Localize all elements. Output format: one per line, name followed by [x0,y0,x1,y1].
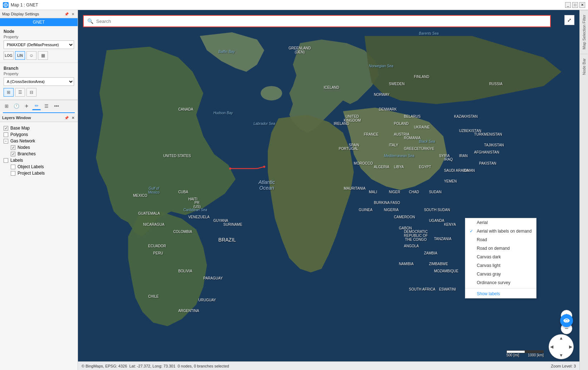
basemap-label: Base Map [10,126,30,131]
branches-checkbox[interactable] [11,152,15,156]
eye-btn[interactable] [560,314,573,327]
basemap-aerial-labels[interactable]: Aerial with labels on demand [465,227,536,235]
node-bar-tab[interactable]: Node Bar [580,54,588,79]
gasnetwork-checkbox[interactable] [4,139,8,143]
basemap-canvas-gray[interactable]: Canvas gray [465,270,536,278]
svg-point-8 [263,166,265,168]
object-labels-checkbox[interactable] [11,165,15,169]
list-toolbar-btn[interactable]: ☰ [42,102,51,110]
layers-pin-btn[interactable]: 📌 [64,115,69,120]
layer-labels[interactable]: Labels [4,157,74,164]
minimize-btn[interactable]: _ [565,2,571,8]
selection-status: 0 nodes, 0 branches selected [178,364,229,368]
close-btn[interactable]: ✕ [579,2,585,8]
coordinates: Lat: -27.372, Long: 73.301 [129,364,175,368]
right-tabs: Map Selection Filter Node Bar [579,10,588,370]
map-expand-btn[interactable]: ⤢ [564,15,574,25]
labels-label: Labels [10,158,23,163]
scale-label-mi: 500 [mi] [506,353,519,357]
more-toolbar-btn[interactable]: ••• [52,102,61,110]
node-smiley-btn[interactable]: ☺ [26,51,36,60]
node-table-btn[interactable]: ▦ [38,51,48,60]
grid-toolbar-btn[interactable]: ⊞ [2,102,11,110]
pan-up-btn[interactable]: ▲ [559,336,563,341]
layers-header: Layers Window 📌 ✕ [0,114,78,122]
layer-project-labels[interactable]: Project Labels [11,170,74,176]
clock-toolbar-btn[interactable]: 🕛 [12,102,21,110]
project-labels-label: Project Labels [18,171,45,176]
node-property-select[interactable]: PMAXDEF (DefMaxPressure) [4,40,74,49]
toolbar-divider [3,112,75,113]
panel-header: Map Display Settings 📌 ✕ [0,10,78,18]
node-section: Node Property PMAXDEF (DefMaxPressure) L… [0,26,78,63]
gasnetwork-label: Gas Network [10,138,35,143]
map-svg [78,10,579,370]
app-icon [3,2,9,8]
svg-point-7 [229,167,231,170]
status-bar: © BingMaps, EPSG: 4326 Lat: -27.372, Lon… [78,361,579,370]
pan-controls: ▲ ▼ ◀ ▶ [549,334,574,359]
branches-label: Branches [18,151,36,156]
object-labels-label: Object Labels [18,164,44,169]
search-input[interactable] [96,19,547,24]
plane-toolbar-btn[interactable]: ✈ [22,102,31,110]
title-bar: Map 1 : GNET _ □ ✕ [0,0,588,10]
zoom-level: Zoom Level: 3 [551,364,576,368]
nodes-label: Nodes [18,145,30,150]
lin-btn[interactable]: LIN [15,51,25,60]
pencil-toolbar-btn[interactable]: ✏ [32,102,41,110]
search-icon: 🔍 [87,18,93,24]
branch-section: Branch Property A (CrossSectionArea) ⊞ ☰… [0,63,78,100]
svg-point-4 [261,86,282,101]
pan-left-btn[interactable]: ◀ [550,344,553,349]
branch-property-select[interactable]: A (CrossSectionArea) [4,77,74,86]
basemap-aerial[interactable]: Aerial [465,218,536,227]
branch-table-btn[interactable]: ⊟ [26,88,36,97]
panel-close-btn[interactable]: ✕ [70,11,75,16]
panel-pin-btn[interactable]: 📌 [64,11,69,16]
bottom-toolbar: ⊞ 🕛 ✈ ✏ ☰ ••• [0,100,78,112]
search-bar: 🔍 [83,15,551,27]
map-selection-filter-tab[interactable]: Map Selection Filter [580,10,588,54]
layer-gasnetwork[interactable]: Gas Network [4,138,74,144]
layer-basemap[interactable]: Base Map [4,125,74,131]
basemap-canvas-dark[interactable]: Canvas dark [465,253,536,261]
basemap-show-labels[interactable]: Show labels [465,289,536,298]
node-title: Node [4,29,74,34]
pan-ring: ▲ ▼ ◀ ▶ [549,334,574,359]
attribution: © BingMaps, EPSG: 4326 [82,364,127,368]
layer-branches[interactable]: Branches [11,151,74,157]
node-icon-row: LOG LIN ☺ ▦ [4,51,74,60]
labels-checkbox[interactable] [4,158,8,163]
branch-title: Branch [4,66,74,71]
basemap-dropdown: Aerial Aerial with labels on demand Road… [465,218,536,298]
branch-grid-btn[interactable]: ⊞ [4,88,14,97]
polygons-checkbox[interactable] [4,132,8,137]
basemap-road[interactable]: Road [465,235,536,244]
maximize-btn[interactable]: □ [572,2,578,8]
project-labels-checkbox[interactable] [11,171,15,176]
layers-close-btn[interactable]: ✕ [70,115,75,120]
basemap-checkbox[interactable] [4,126,8,131]
log-btn[interactable]: LOG [4,51,14,60]
gnet-tab[interactable]: GNET [0,18,78,26]
basemap-ordinance[interactable]: Ordinance survey [465,278,536,287]
nodes-checkbox[interactable] [11,145,15,150]
basemap-road-demand[interactable]: Road on demand [465,244,536,253]
layer-object-labels[interactable]: Object Labels [11,164,74,170]
window-title: Map 1 : GNET [11,3,38,8]
pan-right-btn[interactable]: ▶ [569,344,572,349]
layer-nodes[interactable]: Nodes [11,144,74,151]
pan-down-btn[interactable]: ▼ [559,353,563,358]
window-controls: _ □ ✕ [565,2,585,8]
scale-label-km: 1000 [km] [528,353,544,357]
basemap-canvas-light[interactable]: Canvas light [465,261,536,270]
polygons-label: Polygons [10,132,28,137]
layer-polygons[interactable]: Polygons [4,131,74,138]
branch-icon-row: ⊞ ☰ ⊟ [4,88,74,97]
branch-list-btn[interactable]: ☰ [15,88,25,97]
map-container[interactable]: Barents Sea Baffin Bay Norwegian Sea GRE… [78,10,579,370]
left-panel: Map Display Settings 📌 ✕ GNET Node Prope… [0,10,78,370]
layers-panel: Base Map Polygons Gas Network Nodes Bran… [0,122,78,370]
scale-bar: 500 [mi] 1000 [km] [506,350,544,357]
